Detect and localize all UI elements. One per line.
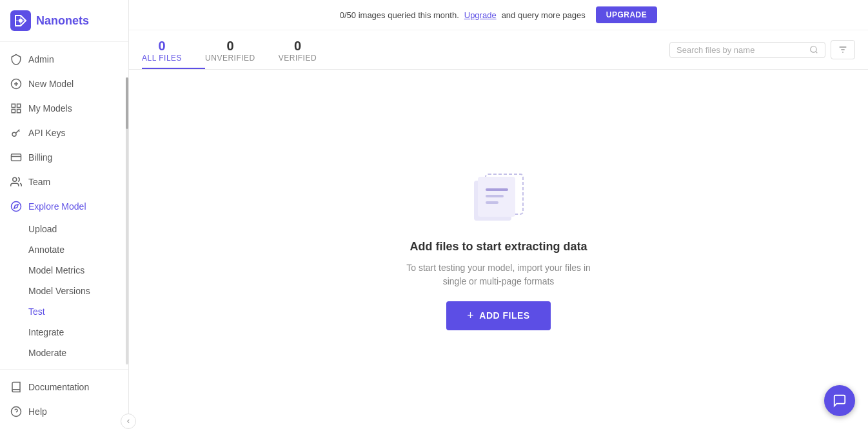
all-files-count: 0 <box>158 39 165 52</box>
svg-rect-9 <box>12 110 15 113</box>
users-icon <box>10 176 22 188</box>
sidebar-sub-model-versions[interactable]: Model Versions <box>0 281 128 301</box>
banner-text: 0/50 images queried this month. <box>340 10 459 20</box>
sidebar-scrollbar <box>126 77 128 364</box>
sidebar-collapse-button[interactable] <box>121 414 136 429</box>
sidebar-item-my-models[interactable]: My Models <box>0 96 128 121</box>
sidebar-item-help[interactable]: Help <box>0 399 128 424</box>
svg-rect-7 <box>12 104 15 107</box>
sidebar-sub-upload-label: Upload <box>28 224 57 234</box>
tab-all-files[interactable]: 0 ALL FILES <box>142 30 195 69</box>
sidebar-sub-model-metrics-label: Model Metrics <box>28 265 84 275</box>
sidebar-sub-test-label: Test <box>28 306 45 317</box>
svg-marker-16 <box>14 205 18 208</box>
svg-point-11 <box>12 132 16 136</box>
upgrade-button[interactable]: UPGRADE <box>596 6 658 23</box>
sidebar-sub-annotate[interactable]: Annotate <box>0 239 128 260</box>
main-content: 0/50 images queried this month. Upgrade … <box>129 0 868 429</box>
filter-button[interactable] <box>831 40 855 59</box>
svg-point-19 <box>811 46 816 52</box>
empty-state-title: Add files to start extracting data <box>409 240 587 254</box>
sidebar-item-admin-label: Admin <box>28 54 54 65</box>
book-icon <box>10 381 22 393</box>
search-area <box>669 35 855 65</box>
svg-rect-12 <box>12 154 21 161</box>
svg-rect-10 <box>17 110 21 113</box>
sidebar-sub-test[interactable]: Test <box>0 301 128 322</box>
sidebar-item-team[interactable]: Team <box>0 170 128 194</box>
add-files-button[interactable]: + ADD FILES <box>446 301 550 330</box>
sidebar-bottom: Documentation Help <box>0 369 128 429</box>
sidebar-item-admin[interactable]: Admin <box>0 47 128 72</box>
sidebar-sub-model-metrics[interactable]: Model Metrics <box>0 260 128 281</box>
top-banner: 0/50 images queried this month. Upgrade … <box>129 0 868 30</box>
empty-state-svg <box>466 169 531 227</box>
grid-icon <box>10 103 22 114</box>
svg-rect-28 <box>486 195 504 197</box>
unverified-count: 0 <box>226 39 233 52</box>
logo-area: Nanonets <box>0 0 128 42</box>
sidebar-item-explore-model[interactable]: Explore Model <box>0 194 128 219</box>
svg-point-15 <box>12 202 21 212</box>
sidebar-item-new-model[interactable]: New Model <box>0 72 128 96</box>
sidebar-item-my-models-label: My Models <box>28 103 72 114</box>
svg-point-14 <box>13 177 17 181</box>
sidebar-nav: Admin New Model M <box>0 42 128 369</box>
sidebar-item-documentation-label: Documentation <box>28 382 89 392</box>
tab-unverified[interactable]: 0 UNVERIFIED <box>205 30 268 69</box>
nanonets-logo-icon <box>10 10 31 31</box>
svg-rect-8 <box>17 104 21 107</box>
verified-count: 0 <box>294 39 301 52</box>
logo-text: Nanonets <box>36 14 89 28</box>
sidebar-item-api-keys-label: API Keys <box>28 128 66 138</box>
sidebar-item-help-label: Help <box>28 406 47 417</box>
banner-upgrade-link[interactable]: Upgrade <box>464 10 497 20</box>
sidebar-sub-moderate[interactable]: Moderate <box>0 343 128 363</box>
credit-card-icon <box>10 152 22 163</box>
all-files-label: ALL FILES <box>142 54 182 63</box>
sidebar-item-api-keys[interactable]: API Keys <box>0 121 128 145</box>
filter-icon <box>838 45 848 55</box>
unverified-label: UNVERIFIED <box>205 54 255 63</box>
sidebar-item-billing-label: Billing <box>28 152 52 163</box>
sidebar-item-documentation[interactable]: Documentation <box>0 375 128 399</box>
sidebar-item-team-label: Team <box>28 177 50 187</box>
search-input[interactable] <box>676 45 805 55</box>
sidebar: Nanonets Admin New Model <box>0 0 129 429</box>
key-icon <box>10 127 22 139</box>
empty-state-subtitle: To start testing your model, import your… <box>406 261 591 288</box>
plus-circle-icon <box>10 78 22 90</box>
shield-icon <box>10 54 22 65</box>
help-circle-icon <box>10 406 22 417</box>
sidebar-scrollbar-thumb <box>126 77 128 129</box>
sidebar-item-new-model-label: New Model <box>28 79 74 89</box>
sidebar-item-billing[interactable]: Billing <box>0 145 128 170</box>
sidebar-sub-integrate[interactable]: Integrate <box>0 322 128 343</box>
sidebar-item-explore-model-label: Explore Model <box>28 201 86 212</box>
banner-suffix: and query more pages <box>502 10 586 20</box>
sidebar-sub-model-versions-label: Model Versions <box>28 286 90 296</box>
sidebar-sub-moderate-label: Moderate <box>28 348 66 358</box>
sidebar-sub-annotate-label: Annotate <box>28 244 64 255</box>
chat-icon <box>833 394 847 408</box>
search-icon <box>809 45 818 54</box>
svg-line-20 <box>816 52 818 54</box>
compass-icon <box>10 201 22 212</box>
plus-icon: + <box>467 309 474 323</box>
svg-rect-29 <box>486 201 498 204</box>
sidebar-sub-upload[interactable]: Upload <box>0 219 128 239</box>
tabs-area: 0 ALL FILES 0 UNVERIFIED 0 VERIFIED <box>129 30 868 70</box>
content-area: Add files to start extracting data To st… <box>129 70 868 429</box>
empty-state: Add files to start extracting data To st… <box>406 169 591 330</box>
svg-rect-27 <box>486 188 508 191</box>
tab-verified[interactable]: 0 VERIFIED <box>279 30 330 69</box>
search-input-wrap <box>669 42 825 58</box>
verified-label: VERIFIED <box>279 54 317 63</box>
add-files-label: ADD FILES <box>479 310 529 321</box>
sidebar-sub-integrate-label: Integrate <box>28 327 64 337</box>
chat-button[interactable] <box>824 385 855 416</box>
empty-illustration <box>466 169 531 227</box>
